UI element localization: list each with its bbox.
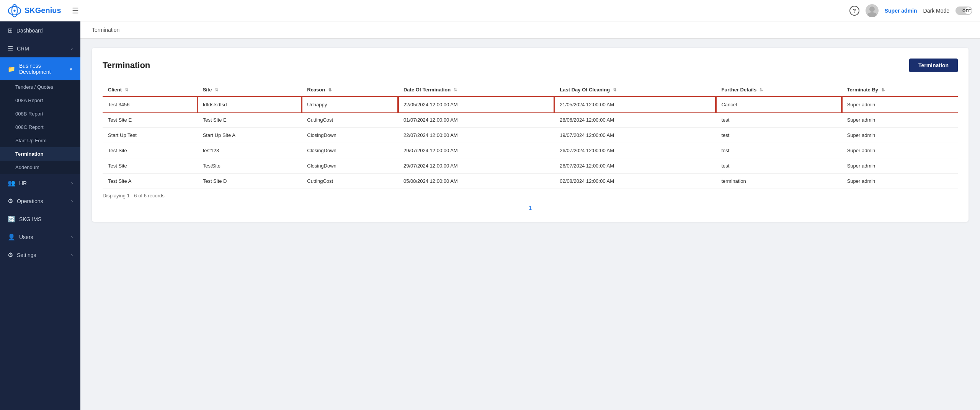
sort-icon: ⇅ (125, 88, 128, 92)
svg-point-2 (13, 10, 15, 11)
col-date-termination[interactable]: Date Of Termination ⇅ (398, 83, 554, 97)
page-number[interactable]: 1 (529, 205, 532, 211)
sidebar-item-label: Operations (17, 198, 43, 204)
help-icon[interactable]: ? (849, 6, 859, 16)
col-site[interactable]: Site ⇅ (198, 83, 302, 97)
toggle-state-label: OFF (962, 8, 971, 13)
table-row[interactable]: Start Up TestStart Up Site AClosingDown2… (103, 128, 958, 143)
sidebar-item-skg-ims[interactable]: 🔄 SKG IMS (0, 210, 80, 228)
chevron-right-icon: › (71, 46, 73, 51)
table-header: Client ⇅ Site ⇅ Reason ⇅ (103, 83, 958, 97)
table-row[interactable]: Test Site ETest Site ECuttingCost01/07/2… (103, 112, 958, 128)
sidebar-subitem-addendum[interactable]: Addendum (0, 161, 80, 174)
sort-icon: ⇅ (613, 88, 616, 92)
col-client[interactable]: Client ⇅ (103, 83, 198, 97)
table-row[interactable]: Test SiteTestSiteClosingDown29/07/2024 1… (103, 158, 958, 174)
header-right: ? Super admin Dark Mode OFF (849, 4, 972, 17)
chevron-down-icon: ∨ (69, 66, 73, 72)
termination-card: Termination Termination Client ⇅ (92, 48, 969, 222)
sidebar-subitem-termination[interactable]: Termination (0, 147, 80, 161)
sidebar-subitem-008a[interactable]: 008A Report (0, 94, 80, 107)
chevron-right-icon: › (71, 252, 73, 258)
col-further-details[interactable]: Further Details ⇅ (716, 83, 841, 97)
logo-icon (8, 4, 21, 18)
sidebar-item-operations[interactable]: ⚙ Operations › (0, 192, 80, 210)
business-development-submenu: Tenders / Quotes 008A Report 008B Report… (0, 80, 80, 174)
chevron-right-icon: › (71, 234, 73, 240)
sidebar-item-dashboard[interactable]: ⊞ Dashboard (0, 21, 80, 39)
sort-icon: ⇅ (215, 88, 218, 92)
card-header: Termination Termination (103, 59, 958, 72)
hr-icon: 👥 (8, 179, 15, 187)
sidebar-item-label: Business Development (19, 63, 69, 75)
dashboard-icon: ⊞ (8, 27, 13, 34)
user-name[interactable]: Super admin (885, 8, 917, 14)
skg-ims-icon: 🔄 (8, 215, 15, 223)
col-last-day-cleaning[interactable]: Last Day Of Cleaning ⇅ (554, 83, 716, 97)
operations-icon: ⚙ (8, 197, 13, 205)
table-row[interactable]: Test 3456fdfdsfsdfsdUnhappy22/05/2024 12… (103, 97, 958, 112)
sidebar-item-label: Users (19, 234, 33, 240)
sidebar: ⊞ Dashboard ☰ CRM › 📁 Business Developme… (0, 21, 80, 410)
content-area: Termination Termination Termination Clie… (80, 21, 980, 410)
sidebar-item-hr[interactable]: 👥 HR › (0, 174, 80, 192)
hamburger-icon[interactable]: ☰ (72, 6, 79, 15)
table-row[interactable]: Test Sitetest123ClosingDown29/07/2024 12… (103, 143, 958, 158)
sidebar-item-label: CRM (17, 46, 29, 52)
sidebar-item-settings[interactable]: ⚙ Settings › (0, 246, 80, 264)
dark-mode-toggle[interactable]: OFF (956, 7, 972, 15)
sidebar-item-users[interactable]: 👤 Users › (0, 228, 80, 246)
table-body: Test 3456fdfdsfsdfsdUnhappy22/05/2024 12… (103, 97, 958, 189)
sidebar-subitem-tenders-quotes[interactable]: Tenders / Quotes (0, 80, 80, 94)
logo-text: SKGenius (24, 6, 61, 15)
chevron-right-icon: › (71, 181, 73, 186)
folder-icon: 📁 (8, 65, 15, 73)
page-content: Termination Termination Client ⇅ (80, 39, 980, 231)
avatar[interactable] (866, 4, 879, 17)
sidebar-item-business-development[interactable]: 📁 Business Development ∨ (0, 57, 80, 80)
col-reason[interactable]: Reason ⇅ (302, 83, 398, 97)
breadcrumb: Termination (80, 21, 980, 39)
sort-icon: ⇅ (454, 88, 457, 92)
col-terminate-by[interactable]: Terminate By ⇅ (842, 83, 958, 97)
sidebar-item-crm[interactable]: ☰ CRM › (0, 39, 80, 57)
sidebar-item-label: SKG IMS (19, 216, 41, 222)
svg-point-4 (867, 12, 877, 17)
display-info: Displaying 1 - 6 of 6 records (103, 193, 958, 198)
sort-icon: ⇅ (881, 88, 885, 92)
termination-table: Client ⇅ Site ⇅ Reason ⇅ (103, 83, 958, 189)
sidebar-item-label: HR (19, 180, 27, 186)
svg-point-3 (869, 7, 875, 12)
table-container: Client ⇅ Site ⇅ Reason ⇅ (103, 83, 958, 189)
top-header: SKGenius ☰ ? Super admin Dark Mode OFF (0, 0, 980, 21)
termination-button[interactable]: Termination (909, 59, 958, 72)
chevron-right-icon: › (71, 198, 73, 204)
page-title: Termination (103, 60, 150, 70)
sort-icon: ⇅ (760, 88, 763, 92)
sidebar-item-label: Dashboard (16, 28, 43, 34)
sidebar-subitem-start-up-form[interactable]: Start Up Form (0, 134, 80, 147)
table-row[interactable]: Test Site ATest Site DCuttingCost05/08/2… (103, 174, 958, 189)
sidebar-item-label: Settings (17, 252, 36, 258)
users-icon: 👤 (8, 233, 15, 241)
sidebar-subitem-008c[interactable]: 008C Report (0, 120, 80, 134)
settings-icon: ⚙ (8, 251, 13, 259)
pagination: 1 (103, 205, 958, 211)
sort-icon: ⇅ (328, 88, 332, 92)
crm-icon: ☰ (8, 45, 13, 52)
main-layout: ⊞ Dashboard ☰ CRM › 📁 Business Developme… (0, 21, 980, 410)
dark-mode-label: Dark Mode (923, 8, 949, 14)
logo-area: SKGenius ☰ (8, 4, 79, 18)
sidebar-subitem-008b[interactable]: 008B Report (0, 107, 80, 120)
